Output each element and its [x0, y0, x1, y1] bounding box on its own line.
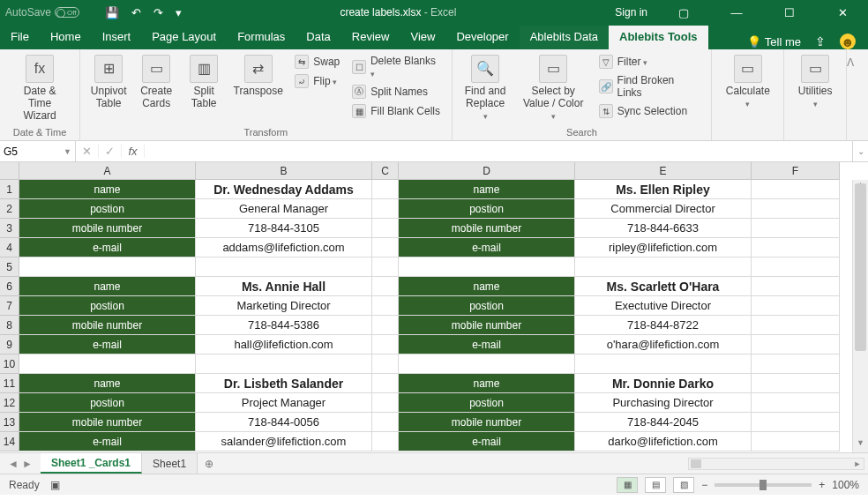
- view-page-break-icon[interactable]: ▧: [673, 477, 694, 493]
- cell[interactable]: [752, 180, 840, 199]
- cell[interactable]: General Manager: [196, 199, 372, 219]
- tab-ablebits-data[interactable]: Ablebits Data: [520, 26, 609, 49]
- row-header[interactable]: 10: [0, 354, 19, 374]
- date-time-wizard-button[interactable]: fx Date &Time Wizard: [9, 53, 71, 123]
- cell[interactable]: 718-844-6633: [575, 219, 752, 238]
- cell[interactable]: mobile number: [399, 413, 575, 432]
- close-icon[interactable]: ✕: [826, 6, 859, 19]
- find-broken-links-button[interactable]: 🔗Find Broken Links: [597, 72, 703, 101]
- fx-icon[interactable]: fx: [122, 145, 145, 158]
- tab-data[interactable]: Data: [296, 26, 340, 49]
- cell[interactable]: postion: [19, 296, 196, 316]
- tab-review[interactable]: Review: [341, 26, 400, 49]
- fill-blank-cells-button[interactable]: ▦Fill Blank Cells: [350, 102, 442, 120]
- flip-button[interactable]: ⤾Flip: [293, 72, 341, 90]
- cell[interactable]: Ms. Scarlett O'Hara: [575, 277, 752, 296]
- cell[interactable]: e-mail: [399, 238, 575, 257]
- row-header[interactable]: 4: [0, 238, 19, 257]
- undo-icon[interactable]: ↶: [131, 6, 141, 19]
- cell[interactable]: [752, 413, 840, 432]
- column-header[interactable]: F: [752, 162, 840, 180]
- row-header[interactable]: 12: [0, 393, 19, 413]
- tab-view[interactable]: View: [400, 26, 445, 49]
- cell[interactable]: name: [399, 180, 575, 199]
- cell[interactable]: Purchasing Director: [575, 393, 752, 413]
- row-header[interactable]: 1: [0, 180, 19, 199]
- scroll-thumb[interactable]: [855, 183, 866, 351]
- split-names-button[interactable]: ⒶSplit Names: [350, 83, 442, 101]
- enter-icon[interactable]: ✓: [99, 145, 122, 158]
- calculate-button[interactable]: ▭Calculate: [721, 53, 774, 112]
- cell[interactable]: Commercial Director: [575, 199, 752, 219]
- select-by-value-color-button[interactable]: ▭Select byValue / Color: [519, 53, 588, 123]
- add-sheet-button[interactable]: ⊕: [198, 453, 221, 474]
- cell[interactable]: 718-844-3105: [196, 219, 372, 238]
- cell[interactable]: hall@lifefiction.com: [196, 335, 372, 354]
- cell[interactable]: postion: [399, 296, 575, 316]
- cell[interactable]: Marketing Director: [196, 296, 372, 316]
- unpivot-table-button[interactable]: ⊞UnpivotTable: [89, 53, 128, 112]
- utilities-button[interactable]: ▭Utilities: [793, 53, 837, 112]
- row-header[interactable]: 13: [0, 413, 19, 432]
- delete-blanks-button[interactable]: ☐Delete Blanks: [350, 53, 442, 81]
- ribbon-display-icon[interactable]: ▢: [667, 6, 700, 19]
- row-header[interactable]: 3: [0, 219, 19, 238]
- qat-customize-icon[interactable]: ▾: [176, 6, 182, 19]
- cancel-icon[interactable]: ✕: [76, 145, 99, 158]
- minimize-icon[interactable]: —: [720, 6, 753, 19]
- view-page-layout-icon[interactable]: ▤: [645, 477, 666, 493]
- cell[interactable]: [196, 257, 372, 277]
- cell[interactable]: [372, 316, 399, 335]
- macro-record-icon[interactable]: ▣: [50, 479, 60, 491]
- cell[interactable]: [19, 257, 196, 277]
- column-header[interactable]: D: [399, 162, 575, 180]
- tab-file[interactable]: File: [0, 26, 40, 49]
- cell[interactable]: mobile number: [399, 219, 575, 238]
- cell[interactable]: [752, 238, 840, 257]
- collapse-ribbon-icon[interactable]: ᐱ: [847, 56, 854, 69]
- cell[interactable]: [752, 354, 840, 374]
- column-header[interactable]: C: [372, 162, 399, 180]
- column-header[interactable]: A: [19, 162, 196, 180]
- split-table-button[interactable]: ▥SplitTable: [184, 53, 223, 112]
- cell[interactable]: ripley@lifefiction.com: [575, 238, 752, 257]
- zoom-in-button[interactable]: +: [819, 479, 825, 491]
- cell[interactable]: Ms. Ellen Ripley: [575, 180, 752, 199]
- row-header[interactable]: 2: [0, 199, 19, 219]
- cell[interactable]: mobile number: [19, 316, 196, 335]
- cell[interactable]: postion: [19, 199, 196, 219]
- cell[interactable]: [752, 257, 840, 277]
- cell[interactable]: [372, 354, 399, 374]
- cell[interactable]: [575, 354, 752, 374]
- redo-icon[interactable]: ↷: [153, 6, 163, 19]
- name-box[interactable]: G5 ▼: [0, 141, 76, 161]
- cell[interactable]: addams@lifefiction.com: [196, 238, 372, 257]
- cell[interactable]: [196, 354, 372, 374]
- zoom-out-button[interactable]: −: [701, 479, 707, 491]
- scroll-down-icon[interactable]: ▼: [853, 438, 868, 452]
- formula-input[interactable]: [145, 141, 852, 161]
- row-header[interactable]: 11: [0, 374, 19, 393]
- cell[interactable]: e-mail: [399, 335, 575, 354]
- cell[interactable]: name: [19, 180, 196, 199]
- column-header[interactable]: B: [196, 162, 372, 180]
- cell[interactable]: [752, 374, 840, 393]
- row-header[interactable]: 14: [0, 432, 19, 451]
- column-header[interactable]: E: [575, 162, 752, 180]
- cell[interactable]: [372, 238, 399, 257]
- cell[interactable]: [372, 413, 399, 432]
- tab-home[interactable]: Home: [40, 26, 92, 49]
- cell[interactable]: name: [399, 374, 575, 393]
- cell[interactable]: mobile number: [19, 413, 196, 432]
- share-icon[interactable]: ⇪: [815, 34, 826, 49]
- zoom-level[interactable]: 100%: [832, 479, 859, 491]
- cell[interactable]: [372, 432, 399, 451]
- cell[interactable]: salander@lifefiction.com: [196, 432, 372, 451]
- cell[interactable]: [575, 257, 752, 277]
- cell[interactable]: name: [19, 277, 196, 296]
- cell[interactable]: name: [19, 374, 196, 393]
- cell[interactable]: e-mail: [399, 432, 575, 451]
- cell[interactable]: [372, 199, 399, 219]
- tell-me[interactable]: 💡 Tell me: [747, 35, 801, 49]
- sheet-tab-active[interactable]: Sheet1 _Cards1: [41, 453, 142, 474]
